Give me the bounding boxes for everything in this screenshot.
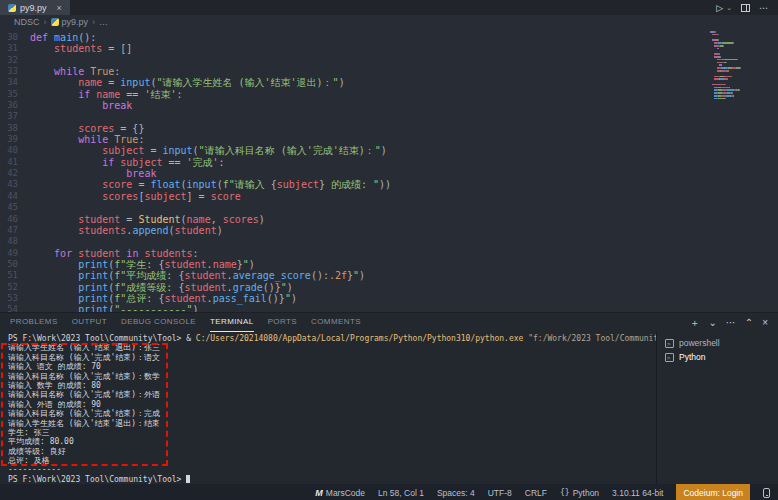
code-line: 50 print(f"学生: {student.name}")	[0, 259, 778, 270]
line-number: 48	[0, 236, 30, 247]
code-line: 40 subject = input("请输入科目名称 (输入'完成'结束)："…	[0, 145, 778, 156]
terminal-lines: PS F:\Work\2023 Tool\Community\Tool> & C…	[0, 334, 656, 484]
minimap-line	[710, 37, 750, 39]
code-text: students = []	[30, 43, 132, 54]
vscode-window: py9.py × ▷ ⌄ ⋯ NDSC›py9.py›… 30def main(…	[0, 0, 778, 500]
breadcrumb-separator-icon: ›	[44, 17, 47, 27]
terminal-list-item-python[interactable]: >Python	[657, 350, 778, 364]
code-text: print(f"平均成绩: {student.average_score():.…	[30, 270, 365, 281]
code-line: 36 break	[0, 100, 778, 111]
minimap-line	[710, 95, 750, 97]
new-terminal-icon[interactable]: ＋	[689, 316, 699, 330]
code-line: 49 for student in students:	[0, 248, 778, 259]
minimap-line	[710, 53, 750, 55]
python-file-icon	[51, 18, 59, 26]
python-file-icon	[8, 4, 16, 12]
marscode-logo-icon: M	[315, 488, 323, 498]
code-line: 48	[0, 236, 778, 247]
line-number: 52	[0, 282, 30, 293]
terminal-line: 请输入科目名称 (输入'完成'结束)：外语	[0, 390, 656, 399]
line-number: 31	[0, 43, 30, 54]
code-line: 35 if name == '结束':	[0, 89, 778, 100]
run-dropdown-chevron-icon[interactable]: ⌄	[726, 4, 732, 12]
tab-py9[interactable]: py9.py ×	[0, 0, 70, 15]
terminal-line: 请输入 语文 的成绩: 70	[0, 362, 656, 371]
status-item-marscode[interactable]: MMarsCode	[315, 488, 365, 498]
code-line: 34 name = input("请输入学生姓名 (输入'结束'退出)：")	[0, 77, 778, 88]
breadcrumb-item[interactable]: py9.py	[51, 17, 89, 27]
breadcrumb-item-label: py9.py	[62, 17, 89, 27]
line-number: 45	[0, 202, 30, 213]
code-line: 37	[0, 111, 778, 122]
panel-tab-comments[interactable]: COMMENTS	[311, 313, 361, 332]
minimap-line	[710, 48, 750, 50]
minimap-line	[710, 98, 750, 100]
terminal-dropdown-icon[interactable]: ⌄	[708, 317, 716, 328]
code-text: while True:	[30, 134, 144, 145]
line-number: 32	[0, 55, 30, 66]
status-item-label: MarsCode	[326, 488, 365, 498]
editor-actions: ▷ ⌄ ⋯	[716, 0, 778, 15]
minimap-line	[710, 56, 750, 58]
tab-close-icon[interactable]: ×	[57, 3, 62, 13]
code-text: print(f"总评: {student.pass_fail()}")	[30, 293, 297, 304]
terminal-output[interactable]: PS F:\Work\2023 Tool\Community\Tool> & C…	[0, 332, 656, 484]
tab-label: py9.py	[20, 3, 47, 13]
split-editor-icon[interactable]	[741, 4, 750, 12]
close-panel-icon[interactable]: ×	[762, 317, 768, 328]
panel-tab-debug-console[interactable]: DEBUG CONSOLE	[121, 313, 196, 332]
code-text: print(f"学生: {student.name}")	[30, 259, 255, 270]
code-text: if name == '结束':	[30, 89, 183, 100]
code-line: 53 print(f"总评: {student.pass_fail()}")	[0, 293, 778, 304]
python-language-status-icon: {}	[560, 488, 570, 497]
minimap[interactable]	[710, 31, 750, 101]
breadcrumb-item[interactable]: NDSC	[14, 17, 40, 27]
line-number: 39	[0, 134, 30, 145]
status-item-codeium-login[interactable]: Codeium: Login	[676, 484, 750, 500]
code-line: 54 print("-----------")	[0, 304, 778, 312]
terminal-line: PS F:\Work\2023 Tool\Community\Tool> & C…	[0, 334, 656, 343]
code-text: scores[subject] = score	[30, 191, 241, 202]
minimap-line	[710, 70, 750, 72]
code-line: 46 student = Student(name, scores)	[0, 214, 778, 225]
terminal-line: PS F:\Work\2023 Tool\Community\Tool>	[0, 475, 656, 484]
more-actions-icon[interactable]: ⋯	[759, 3, 768, 13]
code-text: def main():	[30, 32, 96, 43]
status-item-ln-58-col-1[interactable]: Ln 58, Col 1	[378, 488, 424, 498]
line-number: 35	[0, 89, 30, 100]
code-editor[interactable]: 30def main():31 students = []3233 while …	[0, 28, 778, 312]
terminal-line: 平均成绩: 80.00	[0, 437, 656, 446]
terminal-line: 请输入科目名称 (输入'完成'结束)：数学	[0, 372, 656, 381]
panel-tab-problems[interactable]: PROBLEMS	[10, 313, 58, 332]
code-line: 42 break	[0, 168, 778, 179]
maximize-panel-icon[interactable]: ⌃	[745, 317, 753, 328]
panel-more-icon[interactable]: ⋯	[726, 317, 736, 328]
panel-tab-ports[interactable]: PORTS	[268, 313, 297, 332]
status-item-crlf[interactable]: CRLF	[525, 488, 547, 498]
code-text: for student in students:	[30, 248, 199, 259]
breadcrumb-item[interactable]: …	[99, 17, 108, 27]
terminal-line: 请输入 外语 的成绩: 90	[0, 400, 656, 409]
panel-tab-output[interactable]: OUTPUT	[72, 313, 107, 332]
status-item-spaces-4[interactable]: Spaces: 4	[437, 488, 475, 498]
status-item-utf-8[interactable]: UTF-8	[488, 488, 512, 498]
terminal-line: 请输入学生姓名 (输入'结束'退出)：张三	[0, 343, 656, 352]
terminal-list-item-powershell[interactable]: >powershell	[657, 336, 778, 350]
line-number: 41	[0, 157, 30, 168]
line-number: 40	[0, 145, 30, 156]
code-line: 51 print(f"平均成绩: {student.average_score(…	[0, 270, 778, 281]
line-number: 54	[0, 304, 30, 312]
minimap-line	[710, 39, 750, 41]
status-item-python[interactable]: {}Python	[560, 488, 599, 498]
code-line: 38 scores = {}	[0, 123, 778, 134]
status-item-label: UTF-8	[488, 488, 512, 498]
minimap-line	[710, 92, 750, 94]
notifications-icon[interactable]	[763, 488, 770, 498]
panel-tab-terminal[interactable]: TERMINAL	[210, 313, 254, 332]
status-bar-right: MMarsCodeLn 58, Col 1Spaces: 4UTF-8CRLF{…	[315, 484, 778, 500]
status-item-label: CRLF	[525, 488, 547, 498]
code-lines: 30def main():31 students = []3233 while …	[0, 32, 778, 312]
status-item-3-10-11-64-bit[interactable]: 3.10.11 64-bit	[612, 488, 663, 498]
panel-tabs: PROBLEMSOUTPUTDEBUG CONSOLETERMINALPORTS…	[10, 313, 361, 332]
run-python-file-icon[interactable]: ▷	[716, 3, 723, 13]
